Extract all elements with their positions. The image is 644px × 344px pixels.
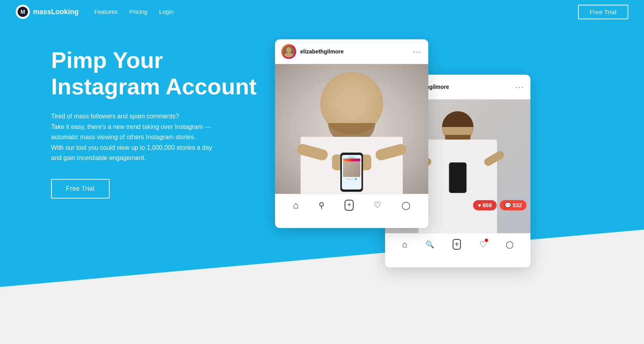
heart-icon-badge: ♥: [478, 202, 481, 208]
profile-icon-main[interactable]: ◯: [402, 201, 410, 210]
card-menu-main[interactable]: ···: [413, 47, 422, 56]
heart-icon-main[interactable]: ♡: [374, 200, 382, 210]
likes-badge: ♥ 869: [473, 200, 497, 210]
card-photo-main: Instagram ⌂ 🔍 + ♡ 👤: [275, 64, 428, 194]
hero-title: Pimp Your Instagram Account: [51, 47, 257, 99]
nav-links: Features Pricing Login: [94, 8, 174, 15]
username-main: elizabethgilmore: [300, 48, 409, 55]
hero-content: Pimp Your Instagram Account Tired of mas…: [51, 47, 257, 199]
svg-text:M: M: [20, 9, 25, 15]
card-actions-secondary: ⌂ 🔍 + ♡ ◯: [385, 233, 530, 255]
search-icon-secondary[interactable]: 🔍: [426, 240, 434, 249]
brand-logo[interactable]: M massLooking: [16, 5, 79, 19]
brand-name: massLooking: [33, 8, 79, 16]
avatar-main: [281, 44, 296, 59]
nav-free-trial-button[interactable]: Free Trial: [578, 5, 628, 19]
home-icon-secondary[interactable]: ⌂: [402, 239, 407, 250]
nav-login[interactable]: Login: [159, 8, 174, 15]
comments-badge: 💬 532: [500, 200, 527, 210]
navbar: M massLooking Features Pricing Login Fre…: [0, 0, 644, 24]
add-icon-secondary[interactable]: +: [453, 239, 461, 250]
cards-container: izabethgilmore ···: [275, 39, 550, 307]
instagram-card-main: elizabethgilmore ···: [275, 39, 428, 228]
card-menu-secondary[interactable]: ···: [515, 83, 524, 92]
hero-subtitle: Tired of mass followers and spam comment…: [51, 111, 257, 163]
card-header-main: elizabethgilmore ···: [275, 39, 428, 64]
comments-count: 532: [513, 202, 522, 208]
home-icon-main[interactable]: ⌂: [293, 200, 299, 211]
engagement-badges: ♥ 869 💬 532: [473, 200, 527, 210]
comment-icon-badge: 💬: [505, 202, 511, 208]
card-actions-main: ⌂ ⚲ + ♡ ◯: [275, 194, 428, 216]
nav-features[interactable]: Features: [94, 8, 117, 15]
search-icon-main[interactable]: ⚲: [319, 201, 325, 210]
svg-point-5: [284, 53, 294, 57]
profile-icon-secondary[interactable]: ◯: [506, 240, 514, 249]
heart-icon-secondary[interactable]: ♡: [479, 239, 487, 250]
svg-point-4: [286, 47, 292, 53]
hero-free-trial-button[interactable]: Free Trial: [51, 179, 110, 199]
logo-icon: M: [16, 5, 30, 19]
nav-pricing[interactable]: Pricing: [129, 8, 147, 15]
likes-count: 869: [483, 202, 492, 208]
add-icon-main[interactable]: +: [345, 200, 354, 211]
nav-cta: Free Trial: [578, 5, 628, 19]
